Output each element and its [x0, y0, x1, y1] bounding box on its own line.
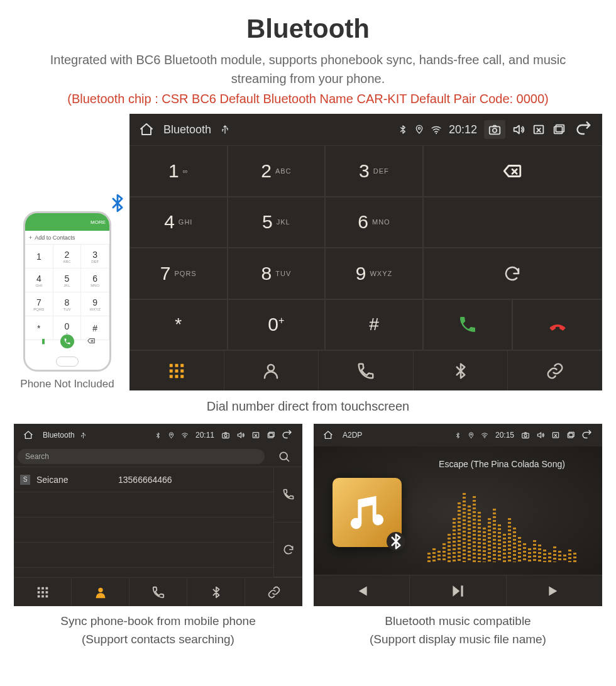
app-title: A2DP: [343, 431, 362, 440]
bottom-nav: [14, 577, 302, 606]
empty-cell: [423, 197, 602, 248]
dial-key-0[interactable]: 0+: [228, 299, 326, 351]
next-track-button[interactable]: [507, 575, 602, 606]
dial-key-8[interactable]: 8TUV: [228, 248, 326, 299]
dial-key-3[interactable]: 3DEF: [325, 145, 423, 197]
contact-number: 13566664466: [118, 475, 172, 485]
bluetooth-status-icon: [155, 432, 162, 439]
call-icon: [60, 335, 74, 348]
nav-dialpad[interactable]: [14, 578, 72, 606]
home-icon[interactable]: [139, 122, 154, 137]
nav-dialpad[interactable]: [129, 351, 224, 390]
call-button[interactable]: [423, 299, 513, 351]
clock: 20:11: [195, 431, 214, 440]
phone-home-button: [56, 357, 79, 367]
dial-key-6[interactable]: 6MNO: [325, 197, 423, 248]
screenshot-icon[interactable]: [521, 431, 530, 440]
prev-track-button[interactable]: [314, 575, 410, 606]
nav-call-log[interactable]: [129, 578, 187, 606]
home-icon[interactable]: [323, 430, 333, 440]
intro-text: Integrated with BC6 Bluetooth module, su…: [0, 44, 616, 92]
recents-icon[interactable]: [566, 431, 575, 440]
phone-mock-add-contacts: + Add to Contacts: [25, 231, 109, 245]
nav-pair[interactable]: [508, 351, 602, 390]
spec-line: (Bluetooth chip : CSR BC6 Default Blueto…: [0, 92, 616, 114]
bluetooth-status-icon: [398, 124, 408, 135]
nav-pair[interactable]: [245, 578, 302, 606]
bluetooth-status-icon: [454, 432, 461, 439]
phone-mock-key: 4GHI: [25, 268, 53, 292]
volume-icon[interactable]: [236, 431, 245, 440]
dial-key-4[interactable]: 4GHI: [129, 197, 228, 248]
dial-key-*[interactable]: *: [129, 299, 228, 351]
location-icon: [168, 432, 175, 439]
phone-mock-key: 5JKL: [53, 268, 82, 292]
back-icon[interactable]: [282, 429, 293, 441]
bottom-nav: [129, 350, 602, 390]
search-icon[interactable]: [270, 450, 299, 463]
phone-not-included-label: Phone Not Included: [14, 378, 121, 390]
search-input[interactable]: Search: [18, 449, 265, 464]
refresh-button[interactable]: [423, 248, 602, 299]
contact-row-empty: [14, 543, 273, 568]
clock: 20:12: [449, 123, 477, 136]
contact-letter-tag: S: [20, 475, 30, 485]
phone-mock-key: 7PQRS: [25, 292, 53, 316]
refresh-contacts-icon[interactable]: [274, 523, 302, 578]
dialer-caption: Dial number direct from touchscreen: [0, 390, 616, 424]
location-icon: [414, 124, 424, 135]
phone-mock-more: MORE: [91, 219, 106, 225]
screenshot-icon[interactable]: [221, 431, 230, 440]
music-caption: Bluetooth music compatible (Support disp…: [314, 612, 602, 648]
contact-row-empty: [14, 492, 273, 517]
music-panel: A2DP 20:15 Escape (The Pina Colada Song): [314, 424, 602, 606]
location-icon: [468, 432, 475, 439]
status-bar: Bluetooth 20:11: [14, 424, 302, 446]
nav-bluetooth[interactable]: [187, 578, 245, 606]
phone-mock: MORE + Add to Contacts 12ABC3DEF4GHI5JKL…: [23, 211, 111, 372]
nav-contacts[interactable]: [72, 578, 129, 606]
close-window-icon[interactable]: [251, 431, 260, 440]
equalizer-visual: [414, 484, 590, 562]
phone-mock-column: MORE + Add to Contacts 12ABC3DEF4GHI5JKL…: [14, 211, 121, 390]
wifi-icon: [431, 124, 442, 135]
app-title: Bluetooth: [43, 431, 75, 440]
home-icon[interactable]: [23, 430, 33, 440]
nav-bluetooth[interactable]: [414, 351, 509, 390]
bluetooth-icon: [107, 192, 128, 219]
nav-call-log[interactable]: [319, 351, 414, 390]
usb-icon: [80, 432, 87, 439]
back-icon[interactable]: [581, 429, 593, 441]
volume-icon[interactable]: [536, 431, 545, 440]
contact-row[interactable]: S Seicane 13566664466: [14, 467, 273, 492]
dial-key-5[interactable]: 5JKL: [228, 197, 326, 248]
phone-mock-key: 9WXYZ: [81, 292, 109, 316]
album-art: [333, 478, 402, 547]
volume-icon[interactable]: [512, 123, 525, 136]
contact-row-empty: [14, 517, 273, 543]
dial-key-1[interactable]: 1∞: [129, 145, 228, 197]
recents-icon[interactable]: [267, 431, 275, 440]
dial-key-7[interactable]: 7PQRS: [129, 248, 228, 299]
phonebook-caption: Sync phone-book from mobile phone (Suppo…: [14, 612, 302, 648]
play-pause-button[interactable]: [410, 575, 506, 606]
phone-mock-header: MORE: [25, 213, 109, 231]
backspace-button[interactable]: [423, 145, 602, 197]
close-window-icon[interactable]: [551, 431, 560, 440]
recents-icon[interactable]: [552, 123, 566, 136]
status-bar: A2DP 20:15: [314, 424, 602, 446]
back-icon[interactable]: [575, 121, 593, 138]
hangup-button[interactable]: [512, 299, 602, 351]
screenshot-icon[interactable]: [484, 120, 505, 139]
page-title: Bluetooth: [0, 0, 616, 44]
status-bar: Bluetooth 20:12: [129, 114, 602, 145]
wifi-icon: [481, 431, 488, 439]
backspace-icon: [85, 335, 97, 347]
nav-contacts[interactable]: [224, 351, 319, 390]
dial-key-9[interactable]: 9WXYZ: [325, 248, 423, 299]
dial-key-#[interactable]: #: [325, 299, 423, 351]
close-window-icon[interactable]: [532, 123, 546, 136]
dial-key-2[interactable]: 2ABC: [228, 145, 326, 197]
phone-mock-key: 2ABC: [53, 245, 82, 268]
call-contact-icon[interactable]: [274, 467, 302, 523]
